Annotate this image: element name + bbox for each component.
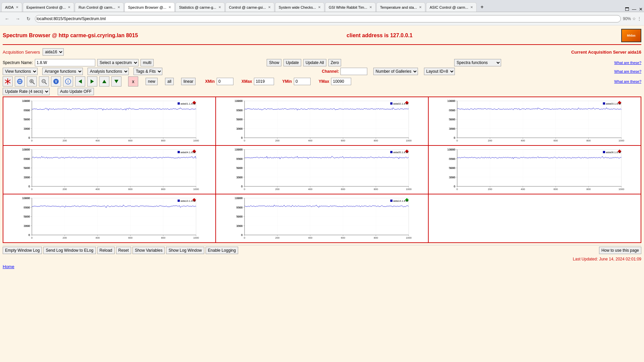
tags-fits-dropdown[interactable]: Tags & Fits: [133, 68, 162, 75]
blue-v-icon-btn[interactable]: V: [51, 76, 61, 86]
chart-cell-5[interactable]: 0300050008000100000250050007500100000200…: [428, 145, 641, 194]
analysis-functions-dropdown[interactable]: Analysis functions: [88, 68, 129, 75]
layout-id-dropdown[interactable]: Layout ID=8: [424, 68, 455, 75]
info-icon-btn[interactable]: i: [63, 76, 73, 86]
svg-text:10000: 10000: [235, 100, 243, 103]
radiation-icon-btn[interactable]: [3, 76, 13, 86]
linear-button[interactable]: linear: [181, 78, 196, 85]
spectra-functions-dropdown[interactable]: Spectra functions: [454, 59, 501, 66]
page-header: Spectrum Browser @ http carme-gsi.cryrin…: [3, 27, 641, 45]
svg-text:800: 800: [374, 188, 378, 191]
extensions-btn[interactable]: ⋮: [637, 16, 641, 21]
tab-close-system[interactable]: ✕: [318, 5, 321, 9]
close-browser-btn[interactable]: ✕: [639, 7, 643, 12]
tab-close-gsi[interactable]: ✕: [369, 5, 372, 9]
address-bar[interactable]: [35, 15, 621, 22]
svg-text:7500: 7500: [237, 109, 243, 112]
prev-icon-btn[interactable]: [75, 76, 85, 86]
tab-spectrum[interactable]: Spectrum Browser @...✕: [124, 2, 175, 12]
what-these-3[interactable]: What are these?: [614, 79, 641, 83]
svg-text:800: 800: [161, 139, 165, 142]
what-these-2[interactable]: What are these?: [614, 69, 641, 73]
chart-cell-4[interactable]: 0300050008000100000250050007500100000200…: [216, 145, 428, 194]
tab-close-run[interactable]: ✕: [117, 5, 120, 9]
update-rate-select[interactable]: Update Rate (4 secs): [3, 88, 50, 95]
xmax-input[interactable]: [254, 78, 274, 85]
tab-gsi[interactable]: GSI White Rabbit Tim...✕: [325, 2, 376, 12]
tab-close-control[interactable]: ✕: [268, 5, 271, 9]
reload-btn[interactable]: Reload: [97, 247, 115, 254]
select-spectrum-dropdown[interactable]: Select a spectrum: [97, 59, 139, 66]
forward-btn[interactable]: →: [13, 14, 22, 23]
minimize-btn[interactable]: —: [632, 7, 636, 12]
back-btn[interactable]: ←: [3, 14, 11, 23]
tab-close-asic[interactable]: ✕: [470, 5, 473, 9]
show-log-window-btn[interactable]: Show Log Window: [166, 247, 204, 254]
acq-server-select[interactable]: aida16: [43, 48, 64, 56]
svg-text:200: 200: [275, 139, 279, 142]
svg-text:600: 600: [553, 188, 558, 191]
home-link[interactable]: Home: [3, 263, 14, 270]
next-icon-btn[interactable]: [87, 76, 97, 86]
all-button[interactable]: all: [165, 78, 174, 85]
xmin-input[interactable]: [217, 78, 233, 85]
tab-system[interactable]: System wide Checks...✕: [275, 2, 324, 12]
tab-temp[interactable]: Temperature and sta...✕: [376, 2, 425, 12]
tab-experiment[interactable]: Experiment Control @...✕: [23, 2, 74, 12]
tab-close-spectrum[interactable]: ✕: [168, 5, 171, 9]
tab-run[interactable]: Run Control @ carm...✕: [75, 2, 124, 12]
chart-cell-1[interactable]: 0300050008000100000250050007500100000200…: [216, 97, 428, 145]
svg-text:0: 0: [31, 139, 33, 142]
zoom-out-icon-btn[interactable]: [39, 76, 49, 86]
update-button[interactable]: Update: [283, 59, 301, 66]
restore-btn[interactable]: 🗖: [625, 7, 629, 12]
new-button[interactable]: new: [146, 78, 158, 85]
auto-update-button[interactable]: Auto Update OFF: [58, 88, 94, 95]
empty-window-log-btn[interactable]: Empty Window Log: [3, 247, 42, 254]
reset-btn[interactable]: Reset: [116, 247, 131, 254]
ymax-input[interactable]: [331, 78, 351, 85]
zero-button[interactable]: Zero: [328, 59, 341, 66]
chart-cell-6[interactable]: 0300050008000100000250050007500100000200…: [3, 194, 216, 243]
svg-text:5000: 5000: [24, 215, 30, 218]
tab-asic[interactable]: ASIC Control @ carm...✕: [426, 2, 477, 12]
tab-statistics[interactable]: Statistics @ carme-g...✕: [175, 2, 225, 12]
svg-text:400: 400: [95, 139, 100, 142]
update-all-button[interactable]: Update All: [303, 59, 326, 66]
num-galleries-dropdown[interactable]: Number of Galleries: [373, 68, 418, 75]
reload-nav-btn[interactable]: ↻: [24, 14, 33, 23]
tab-aida[interactable]: AIDA✕: [1, 2, 22, 12]
svg-text:10000: 10000: [23, 100, 30, 103]
svg-text:5000: 5000: [449, 167, 455, 170]
show-button[interactable]: Show: [267, 59, 281, 66]
channel-input[interactable]: [340, 68, 367, 75]
arrange-functions-dropdown[interactable]: Arrange functions: [42, 68, 83, 75]
up-icon-btn[interactable]: [99, 76, 109, 86]
tab-close-statistics[interactable]: ✕: [218, 5, 221, 9]
chart-cell-7[interactable]: 0300050008000100000250050007500100000200…: [216, 194, 428, 243]
bookmark-icon[interactable]: ☆: [632, 16, 636, 21]
chart-cell-8[interactable]: [428, 194, 641, 243]
tab-close-experiment[interactable]: ✕: [68, 5, 70, 9]
tab-close-temp[interactable]: ✕: [419, 5, 422, 9]
spectrum-name-input[interactable]: [35, 59, 95, 66]
tab-close-aida[interactable]: ✕: [16, 5, 18, 9]
enable-logging-btn[interactable]: Enable Logging: [206, 247, 238, 254]
zoom-in-icon-btn[interactable]: [27, 76, 37, 86]
refresh-icon-btn[interactable]: [15, 76, 25, 86]
chart-cell-0[interactable]: 0300050008000100000250050007500100000200…: [3, 97, 216, 145]
down-icon-btn[interactable]: [111, 76, 121, 86]
svg-text:0: 0: [244, 139, 245, 142]
what-these-1[interactable]: What are these?: [614, 61, 641, 65]
ymin-input[interactable]: [294, 78, 311, 85]
x-button[interactable]: x: [128, 76, 138, 86]
chart-cell-3[interactable]: 0300050008000100000250050007500100000200…: [3, 145, 216, 194]
how-to-use-btn[interactable]: How to use this page: [599, 247, 641, 254]
show-variables-btn[interactable]: Show Variables: [132, 247, 165, 254]
view-functions-dropdown[interactable]: View functions: [3, 68, 38, 75]
tab-control[interactable]: Control @ carme-gsi...✕: [225, 2, 274, 12]
send-log-elog-btn[interactable]: Send Log Window to ELog: [43, 247, 96, 254]
new-tab-button[interactable]: +: [477, 2, 487, 12]
chart-cell-2[interactable]: 0300050008000100000250050007500100000200…: [428, 97, 641, 145]
multi-button[interactable]: multi: [141, 59, 154, 66]
